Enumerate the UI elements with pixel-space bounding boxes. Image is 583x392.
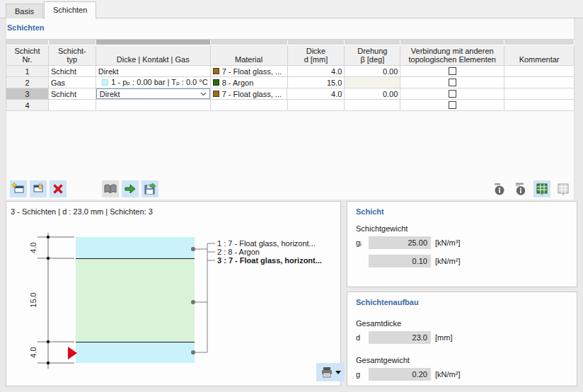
import-icon: [123, 182, 137, 196]
col-header-verbindung[interactable]: Verbindung mit anderentopologischen Elem…: [400, 45, 504, 66]
schicht-panel: Schicht Schichtgewicht gᵢ 25.00 [kN/m³] …: [347, 201, 577, 287]
legend-item-1: 1 : 7 - Float glass, horizont...: [217, 239, 316, 248]
dicke-cell[interactable]: 4.0: [287, 88, 345, 100]
gesamtdicke-unit: [mm]: [435, 333, 452, 342]
new-row-button[interactable]: [10, 180, 27, 197]
schichttyp-cell[interactable]: Gas: [49, 77, 96, 88]
layer-info-button[interactable]: [491, 180, 508, 197]
preview-layer-1: [76, 237, 195, 258]
col-header-dicke-kontakt-gas[interactable]: Dicke | Kontakt | Gas: [96, 45, 211, 66]
dicke-cell[interactable]: 15.0: [288, 77, 345, 88]
schichttyp-cell[interactable]: [49, 100, 96, 111]
gi-symbol: gᵢ: [356, 238, 362, 247]
gi-area-weight-field: 0.10: [369, 255, 431, 267]
kontakt-dropdown[interactable]: Direkt: [96, 88, 210, 99]
material-color-swatch: [213, 91, 219, 97]
drehung-cell-disabled: [345, 77, 400, 88]
row-number[interactable]: 3: [6, 88, 49, 100]
gi-volume-weight-field: 25.00: [369, 236, 431, 249]
material-color-swatch: [213, 79, 219, 86]
schichttyp-cell[interactable]: Schicht: [49, 66, 96, 77]
table-row: 2 Gas 1 - pₚ : 0.00 bar | Tₚ : 0.0 °C 8 …: [6, 77, 575, 88]
row-number[interactable]: 4: [6, 100, 49, 111]
schichttyp-cell[interactable]: Schicht: [49, 88, 96, 100]
layers-dialog: Basis Schichten Schichten SchichtNr. Sch…: [0, 0, 583, 392]
gesamtdicke-field: 23.0: [369, 331, 431, 344]
drehung-cell[interactable]: 0.00: [345, 88, 400, 100]
verbindung-cell[interactable]: [400, 88, 504, 100]
print-button[interactable]: [316, 363, 345, 381]
chevron-down-icon: [200, 92, 207, 96]
material-color-swatch: [213, 68, 219, 74]
table-row-selected: 3 Schicht Direkt 7 - Float glass, ... 4.…: [6, 88, 575, 100]
dicke-cell[interactable]: [288, 100, 345, 111]
kommentar-cell[interactable]: [504, 66, 575, 77]
export-all-tables-button[interactable]: [555, 180, 572, 197]
schicht-panel-title: Schicht: [356, 207, 384, 216]
dicke-cell[interactable]: 4.0: [288, 66, 345, 77]
dim-label-bottom: 4.0: [29, 338, 37, 367]
legend-item-3-selected: 3 : 7 - Float glass, horizont...: [217, 256, 322, 265]
structure-info-button[interactable]: [512, 180, 529, 197]
d-symbol: d: [356, 333, 360, 342]
gi-area-weight-unit: [kN/m²]: [435, 257, 460, 265]
drehung-cell[interactable]: 0.00: [345, 66, 400, 77]
verbindung-checkbox[interactable]: [449, 90, 456, 98]
material-cell[interactable]: 8 - Argon: [211, 77, 288, 88]
dicke-kontakt-gas-cell: Direkt: [96, 88, 211, 100]
export-table-button[interactable]: [533, 180, 550, 197]
row-number[interactable]: 2: [6, 77, 49, 88]
gesamtgewicht-field: 0.20: [369, 368, 431, 381]
col-header-kommentar[interactable]: Kommentar: [504, 45, 575, 66]
delete-row-button[interactable]: [50, 180, 67, 197]
gesamtgewicht-unit: [kN/m²]: [435, 370, 460, 379]
library-book-icon: [103, 182, 117, 196]
delete-icon: [52, 183, 64, 195]
dim-label-middle: 15.0: [29, 286, 37, 314]
export-table-icon: [535, 182, 549, 196]
verbindung-cell[interactable]: [400, 100, 504, 111]
save-icon: [143, 182, 157, 196]
schichtenaufbau-panel: Schichtenaufbau Gesamtdicke d 23.0 [mm] …: [347, 292, 577, 386]
tab-basis[interactable]: Basis: [6, 4, 43, 18]
verbindung-cell[interactable]: [400, 66, 504, 77]
col-header-schicht-nr[interactable]: SchichtNr.: [6, 45, 49, 66]
col-header-dicke[interactable]: Dicked [mm]: [288, 45, 345, 66]
kommentar-cell[interactable]: [504, 100, 575, 111]
material-cell[interactable]: [211, 100, 288, 111]
save-to-library-button[interactable]: [142, 180, 158, 197]
col-header-drehung[interactable]: Drehungβ [deg]: [345, 45, 400, 66]
section-title: Schichten: [7, 23, 45, 32]
verbindung-checkbox[interactable]: [449, 79, 456, 86]
dicke-kontakt-gas-cell[interactable]: [96, 100, 211, 111]
preview-layer-3: [76, 342, 195, 363]
insert-row-icon: [31, 182, 45, 196]
table-row: 4: [6, 100, 575, 111]
insert-row-button[interactable]: [30, 180, 47, 197]
col-header-schichttyp[interactable]: Schicht-typ: [49, 45, 96, 66]
verbindung-checkbox[interactable]: [449, 101, 456, 109]
dicke-kontakt-gas-cell[interactable]: 1 - pₚ : 0.00 bar | Tₚ : 0.0 °C: [96, 77, 211, 88]
material-cell[interactable]: 7 - Float glass, ...: [211, 88, 288, 100]
table-header-row: SchichtNr. Schicht-typ Dicke | Kontakt |…: [6, 45, 575, 66]
material-cell[interactable]: 7 - Float glass, ...: [211, 66, 288, 77]
import-from-library-button[interactable]: [122, 180, 139, 197]
kommentar-cell[interactable]: [504, 88, 575, 100]
table-row: 1 Schicht Direkt 7 - Float glass, ... 4.…: [6, 66, 575, 77]
verbindung-cell[interactable]: [400, 77, 504, 88]
drehung-cell[interactable]: [345, 100, 400, 111]
print-options-caret: [335, 371, 341, 374]
gas-color-swatch: [102, 79, 108, 86]
kommentar-cell[interactable]: [504, 77, 575, 88]
preview-layer-2: [76, 258, 195, 342]
tab-schichten[interactable]: Schichten: [44, 1, 96, 19]
library-button[interactable]: [102, 180, 119, 197]
printer-icon: [321, 366, 333, 379]
col-header-material[interactable]: Material: [211, 45, 288, 66]
gi-volume-weight-unit: [kN/m³]: [435, 238, 460, 247]
legend-item-2: 2 : 8 - Argon: [217, 248, 260, 256]
verbindung-checkbox[interactable]: [449, 67, 456, 75]
selected-column-indicator: [96, 40, 211, 45]
dicke-kontakt-gas-cell[interactable]: Direkt: [96, 66, 211, 77]
row-number[interactable]: 1: [6, 66, 49, 77]
